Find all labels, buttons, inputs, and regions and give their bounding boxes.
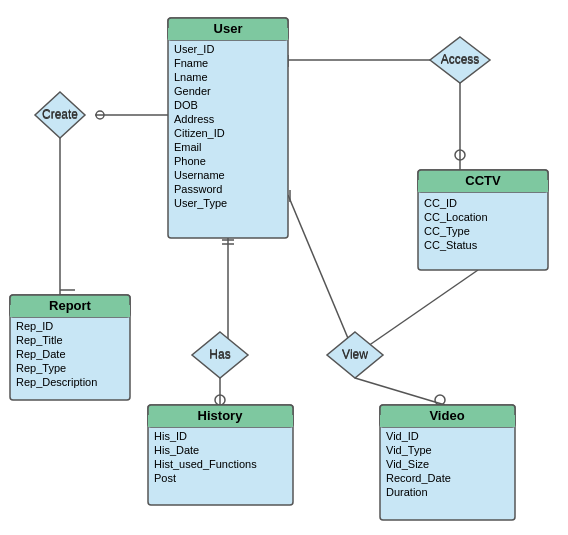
user-attr-1: User_ID xyxy=(174,43,214,55)
access-diamond-label: Access xyxy=(441,53,480,67)
report-attr-1: Rep_ID xyxy=(16,320,53,332)
history-title: History xyxy=(198,408,244,423)
report-attr-3: Rep_Date xyxy=(16,348,66,360)
user-attr-12: User_Type xyxy=(174,197,227,209)
report-attr-4: Rep_Type xyxy=(16,362,66,374)
user-title: User xyxy=(214,21,243,36)
report-entity: Report Rep_ID Rep_Title Rep_Date Rep_Typ… xyxy=(10,295,130,400)
cctv-attr-4: CC_Status xyxy=(424,239,478,251)
user-attr-6: Address xyxy=(174,113,215,125)
svg-line-8 xyxy=(355,378,445,405)
cctv-title: CCTV xyxy=(465,173,501,188)
user-attr-7: Citizen_ID xyxy=(174,127,225,139)
history-attr-1: His_ID xyxy=(154,430,187,442)
user-attr-9: Phone xyxy=(174,155,206,167)
video-attr-5: Duration xyxy=(386,486,428,498)
history-entity: History His_ID His_Date Hist_used_Functi… xyxy=(148,405,293,505)
video-attr-4: Record_Date xyxy=(386,472,451,484)
video-entity: Video Vid_ID Vid_Type Vid_Size Record_Da… xyxy=(380,405,515,520)
has-diamond-label: Has xyxy=(209,348,230,362)
cctv-attr-2: CC_Location xyxy=(424,211,488,223)
er-diagram: Create Access Has View User User_ID Fnam… xyxy=(0,0,568,535)
video-attr-1: Vid_ID xyxy=(386,430,419,442)
user-attr-4: Gender xyxy=(174,85,211,97)
video-title: Video xyxy=(429,408,464,423)
user-attr-10: Username xyxy=(174,169,225,181)
video-attr-3: Vid_Size xyxy=(386,458,429,470)
cctv-entity: CCTV CC_ID CC_Location CC_Type CC_Status xyxy=(418,170,548,270)
user-attr-5: DOB xyxy=(174,99,198,111)
report-attr-5: Rep_Description xyxy=(16,376,97,388)
video-attr-2: Vid_Type xyxy=(386,444,432,456)
svg-line-9 xyxy=(355,270,478,355)
svg-line-7 xyxy=(288,195,355,355)
view-diamond-label: View xyxy=(342,348,368,362)
user-attr-8: Email xyxy=(174,141,202,153)
history-attr-4: Post xyxy=(154,472,176,484)
report-title: Report xyxy=(49,298,92,313)
report-attr-2: Rep_Title xyxy=(16,334,63,346)
history-attr-2: His_Date xyxy=(154,444,199,456)
cctv-attr-1: CC_ID xyxy=(424,197,457,209)
user-attr-2: Fname xyxy=(174,57,208,69)
cctv-attr-3: CC_Type xyxy=(424,225,470,237)
history-attr-3: Hist_used_Functions xyxy=(154,458,257,470)
user-entity: User User_ID Fname Lname Gender DOB Addr… xyxy=(168,18,288,238)
create-diamond-label: Create xyxy=(42,108,78,122)
user-attr-11: Password xyxy=(174,183,222,195)
user-attr-3: Lname xyxy=(174,71,208,83)
